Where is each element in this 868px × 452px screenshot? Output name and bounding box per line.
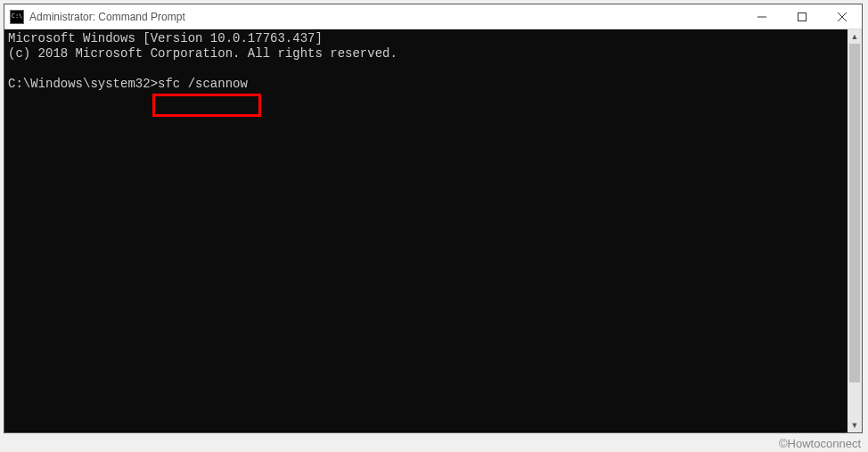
terminal-output[interactable]: Microsoft Windows [Version 10.0.17763.43… [4, 29, 848, 432]
window-controls [741, 4, 862, 29]
scroll-thumb[interactable] [849, 44, 860, 382]
scroll-up-arrow[interactable]: ▲ [848, 29, 862, 44]
close-button[interactable] [822, 4, 862, 29]
maximize-button[interactable] [782, 4, 822, 29]
vertical-scrollbar[interactable]: ▲ ▼ [848, 29, 862, 432]
watermark-text: ©Howtoconnect [779, 437, 861, 450]
copyright-line: (c) 2018 Microsoft Corporation. All righ… [8, 46, 397, 61]
version-line: Microsoft Windows [Version 10.0.17763.43… [8, 31, 323, 45]
terminal-area: Microsoft Windows [Version 10.0.17763.43… [4, 29, 862, 432]
minimize-button[interactable] [741, 4, 782, 29]
typed-command: sfc /scannow [158, 77, 248, 91]
cmd-icon: C:\ [10, 10, 24, 24]
window-title: Administrator: Command Prompt [29, 11, 741, 23]
scroll-down-arrow[interactable]: ▼ [848, 418, 862, 432]
titlebar[interactable]: C:\ Administrator: Command Prompt [4, 4, 862, 29]
command-prompt-window: C:\ Administrator: Command Prompt Micros… [4, 4, 863, 433]
prompt-path: C:\Windows\system32> [8, 77, 158, 91]
svg-rect-1 [798, 12, 806, 21]
